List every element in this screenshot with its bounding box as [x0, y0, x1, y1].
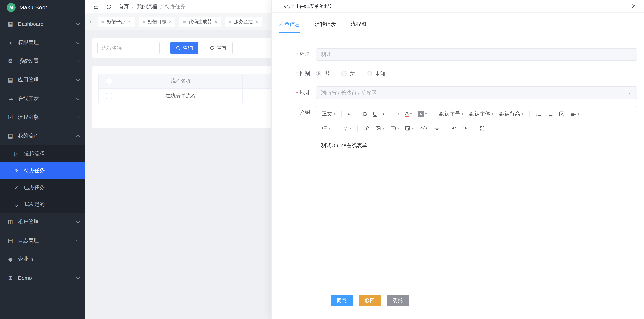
radio-male[interactable]: 男 [316, 70, 330, 77]
sidebar-item-process-engine[interactable]: ☑ 流程引擎 [0, 108, 86, 127]
video-select[interactable]: ▾ [388, 123, 402, 134]
close-icon[interactable]: × [632, 3, 636, 10]
process-name-input[interactable] [98, 42, 160, 54]
numbered-list-icon[interactable]: 123 [545, 109, 556, 119]
refresh-icon[interactable] [106, 4, 112, 10]
select-all-checkbox[interactable] [106, 78, 112, 84]
bold-icon[interactable]: B [360, 109, 370, 119]
tab-dot-icon [102, 20, 104, 23]
sidebar-item-pending-tasks[interactable]: ✎ 待办任务 [0, 162, 86, 179]
editor-toolbar-row-1: 正文 ▾ “ B U I ⋯ [319, 106, 634, 121]
paragraph-style-select[interactable]: 正文 ▾ [319, 109, 338, 119]
divider-icon[interactable] [431, 123, 442, 134]
app-root: M Maku Boot ▦ Dashboard ◈ 权限管理 ⚙ 系统设置 ▤ … [0, 0, 644, 319]
chevron-down-icon [76, 59, 80, 63]
send-icon: ▷ [13, 151, 20, 157]
fullscreen-icon[interactable] [477, 123, 488, 134]
form-row-address: 地址 湖南省 / 长沙市 / 岳麓区 [286, 86, 637, 99]
align-select[interactable]: ▾ [568, 109, 582, 119]
font-size-select[interactable]: 默认字号 ▾ [437, 109, 466, 119]
app-title: Maku Boot [20, 4, 47, 11]
undo-icon[interactable]: ↶ [449, 123, 459, 134]
underline-icon[interactable]: U [370, 109, 379, 119]
cloud-icon: ☁ [7, 95, 14, 102]
font-color-icon[interactable]: A ▾ [402, 109, 414, 119]
tabs-scroll-left-icon[interactable]: ‹ [88, 18, 94, 26]
query-button[interactable]: 查询 [170, 42, 198, 54]
table-select[interactable]: ▾ [402, 123, 416, 134]
tab-close-icon[interactable]: × [256, 19, 258, 24]
sidebar-item-system-settings[interactable]: ⚙ 系统设置 [0, 52, 86, 71]
italic-icon[interactable]: I [380, 109, 387, 119]
tag-icon: ◇ [13, 201, 20, 207]
gender-radio-group: 男 女 未知 [316, 70, 637, 77]
indent-select[interactable]: ▾ [319, 123, 333, 134]
sidebar-item-initiated-by-me[interactable]: ◇ 我发起的 [0, 196, 86, 213]
tab-flow-records[interactable]: 流转记录 [315, 21, 336, 33]
sidebar-item-logs[interactable]: ▤ 日志管理 [0, 231, 86, 250]
row-checkbox[interactable] [106, 93, 112, 99]
reject-button[interactable]: 驳回 [358, 295, 381, 306]
chevron-down-icon [76, 40, 80, 44]
svg-text:3: 3 [548, 115, 548, 117]
sidebar-item-demo[interactable]: ⊞ Demo [0, 268, 86, 287]
image-select[interactable]: ▾ [373, 123, 387, 134]
sidebar-item-enterprise[interactable]: ◆ 企业版 [0, 250, 86, 268]
sidebar-item-permissions[interactable]: ◈ 权限管理 [0, 33, 86, 52]
chevron-down-icon [76, 275, 80, 279]
tab-form-info[interactable]: 表单信息 [279, 21, 300, 33]
todo-list-icon[interactable] [556, 109, 567, 119]
reset-button[interactable]: 重置 [204, 42, 233, 54]
tab-chip-sms-platform[interactable]: 短信平台 × [98, 17, 134, 27]
editor-content[interactable]: 测试Online在线表单 [316, 136, 636, 285]
agree-button[interactable]: 同意 [330, 295, 353, 306]
code-block-icon[interactable]: </> [417, 123, 430, 134]
tab-flow-diagram[interactable]: 流程图 [351, 21, 366, 33]
link-icon[interactable] [361, 123, 372, 134]
address-select[interactable]: 湖南省 / 长沙市 / 岳麓区 [316, 86, 637, 99]
building-icon: ◫ [7, 218, 14, 225]
tab-chip-sms-log[interactable]: 短信日志 × [138, 17, 175, 27]
name-field[interactable] [316, 48, 637, 61]
emoji-select[interactable]: ☺ ▾ [340, 123, 354, 134]
drawer-actions: 同意 驳回 委托 [330, 295, 637, 306]
font-family-select[interactable]: 默认字体 ▾ [467, 109, 496, 119]
column-header-process-name: 流程名称 [119, 74, 242, 88]
tab-close-icon[interactable]: × [169, 19, 172, 24]
delegate-button[interactable]: 委托 [386, 295, 409, 306]
bg-color-icon[interactable]: A ▾ [415, 109, 430, 119]
line-height-select[interactable]: 默认行高 ▾ [497, 109, 526, 119]
check-icon: ✓ [13, 184, 20, 190]
tab-chip-code-generator[interactable]: 代码生成器 × [180, 17, 221, 27]
breadcrumb-my-processes[interactable]: 我的流程 [137, 3, 157, 10]
redo-icon[interactable]: ↷ [460, 123, 470, 134]
sidebar-item-app-management[interactable]: ▤ 应用管理 [0, 71, 86, 89]
tab-dot-icon [183, 20, 186, 23]
log-icon: ▤ [7, 237, 14, 244]
blockquote-icon[interactable]: “ [345, 107, 354, 120]
tab-chip-service-monitor[interactable]: 服务监控 × [225, 17, 262, 27]
rich-text-editor: 正文 ▾ “ B U I ⋯ [316, 106, 637, 285]
breadcrumb-home[interactable]: 首页 [119, 3, 129, 10]
tab-close-icon[interactable]: × [214, 19, 217, 24]
sidebar-item-done-tasks[interactable]: ✓ 已办任务 [0, 179, 86, 196]
shield-icon: ◈ [7, 39, 14, 46]
sidebar-item-online-dev[interactable]: ☁ 在线开发 [0, 89, 86, 108]
breadcrumb: 首页 / 我的流程 / 待办任务 [119, 3, 185, 10]
chevron-down-icon [76, 219, 80, 223]
radio-circle-icon [316, 71, 321, 76]
tab-close-icon[interactable]: × [128, 19, 131, 24]
radio-female[interactable]: 女 [342, 70, 355, 77]
sidebar-item-tenant[interactable]: ◫ 租户管理 [0, 213, 86, 231]
sidebar-item-dashboard[interactable]: ▦ Dashboard [0, 15, 86, 33]
sidebar-item-my-processes[interactable]: ▤ 我的流程 [0, 127, 86, 145]
drawer-title: 处理【在线表单流程】 [284, 3, 334, 10]
editor-toolbar-row-2: ▾ ☺ ▾ [319, 121, 634, 136]
radio-unknown[interactable]: 未知 [367, 70, 386, 77]
sidebar-item-start-process[interactable]: ▷ 发起流程 [0, 145, 86, 162]
collapse-menu-icon[interactable] [93, 4, 99, 10]
bullet-list-icon[interactable] [533, 109, 544, 119]
more-styles-icon[interactable]: ⋯ ▾ [388, 109, 402, 119]
breadcrumb-separator: / [132, 4, 134, 10]
logo-icon: M [7, 3, 16, 12]
